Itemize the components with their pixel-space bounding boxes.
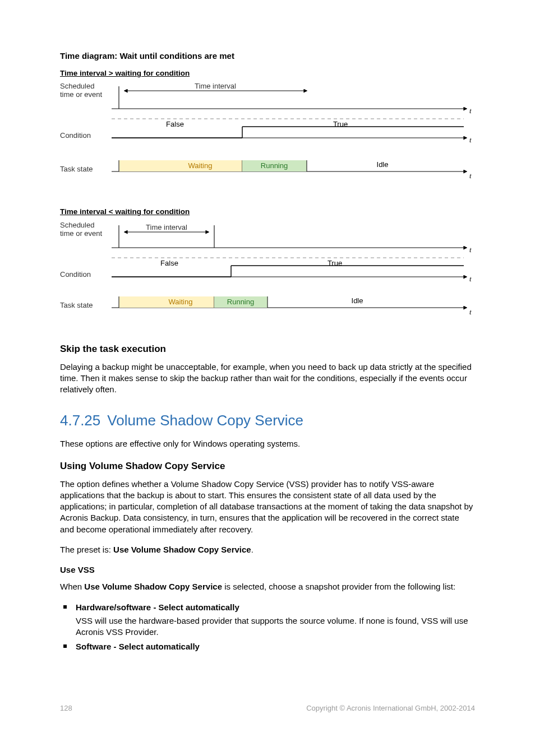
time-diagram-heading: Time diagram: Wait until conditions are …: [60, 50, 475, 62]
page-number: 128: [60, 703, 72, 713]
d2-cond-label: Condition: [60, 270, 91, 279]
diagram-1-svg: Scheduled time or event Time interval t …: [60, 82, 475, 191]
list-item: Hardware/software - Select automatically…: [60, 602, 475, 638]
bullet-2-title: Software - Select automatically: [76, 642, 200, 651]
d1-task-label: Task state: [60, 165, 93, 173]
page-footer: 128 Copyright © Acronis International Gm…: [60, 703, 475, 713]
svg-rect-10: [119, 160, 242, 171]
preset-prefix: The preset is:: [60, 545, 113, 554]
provider-list: Hardware/software - Select automatically…: [60, 602, 475, 653]
d2-t1: t: [469, 245, 472, 254]
bullet-1-body: VSS will use the hardware-based provider…: [76, 615, 475, 638]
preset-bold: Use Volume Shadow Copy Service: [113, 545, 251, 554]
use-vss-suffix: is selected, choose a snapshot provider …: [222, 582, 455, 591]
using-vss-paragraph: The option defines whether a Volume Shad…: [60, 479, 475, 535]
d1-t3: t: [469, 171, 472, 180]
d2-idle2: Idle: [352, 296, 363, 305]
d2-task-label: Task state: [60, 301, 93, 309]
d1-t2: t: [469, 136, 472, 144]
d2-waiting: Waiting: [169, 298, 193, 306]
d2-time-interval: Time interval: [146, 223, 187, 231]
preset-suffix: .: [251, 545, 253, 554]
diagram-1-wrap: Time interval > waiting for condition Sc…: [60, 68, 475, 191]
use-vss-heading: Use VSS: [60, 564, 475, 576]
d1-time-interval: Time interval: [195, 82, 236, 90]
svg-rect-9: [112, 160, 119, 171]
d1-running: Running: [261, 161, 288, 170]
d1-sched-label-l2: time or event: [60, 90, 103, 99]
vss-intro-paragraph: These options are effective only for Win…: [60, 438, 475, 449]
d1-false: False: [166, 120, 184, 128]
diagram-2-svg: Scheduled time or event Time interval t …: [60, 221, 475, 327]
using-vss-heading: Using Volume Shadow Copy Service: [60, 460, 475, 473]
vss-section-heading: 4.7.25Volume Shadow Copy Service: [60, 411, 475, 430]
bullet-1-title: Hardware/software - Select automatically: [76, 602, 239, 612]
skip-paragraph: Delaying a backup might be unacceptable,…: [60, 361, 475, 396]
use-vss-bold: Use Volume Shadow Copy Service: [84, 582, 222, 591]
vss-section-number: 4.7.25: [60, 412, 100, 429]
diagram-1-title: Time interval > waiting for condition: [60, 68, 475, 78]
copyright-text: Copyright © Acronis International GmbH, …: [306, 703, 475, 713]
d2-false: False: [160, 259, 178, 267]
skip-heading: Skip the task execution: [60, 343, 475, 356]
d2-t3: t: [469, 308, 472, 316]
d2-t2: t: [469, 275, 472, 283]
d1-waiting: Waiting: [188, 161, 213, 170]
d1-sched-label-l1: Scheduled: [60, 82, 94, 90]
d1-t1: t: [469, 106, 472, 115]
d1-idle2: Idle: [377, 160, 389, 169]
d2-true: True: [328, 259, 342, 267]
preset-paragraph: The preset is: Use Volume Shadow Copy Se…: [60, 544, 475, 555]
use-vss-paragraph: When Use Volume Shadow Copy Service is s…: [60, 581, 475, 592]
vss-section-title: Volume Shadow Copy Service: [107, 412, 303, 429]
d1-cond-label: Condition: [60, 131, 91, 140]
diagram-2-wrap: Time interval < waiting for condition Sc…: [60, 207, 475, 327]
svg-rect-25: [119, 296, 214, 308]
list-item: Software - Select automatically: [60, 641, 475, 652]
d2-sched-label-l1: Scheduled: [60, 221, 94, 229]
use-vss-prefix: When: [60, 582, 84, 591]
d2-sched-label-l2: time or event: [60, 229, 103, 238]
d1-true: True: [333, 120, 348, 128]
d2-running: Running: [227, 298, 254, 306]
diagram-2-title: Time interval < waiting for condition: [60, 207, 475, 217]
